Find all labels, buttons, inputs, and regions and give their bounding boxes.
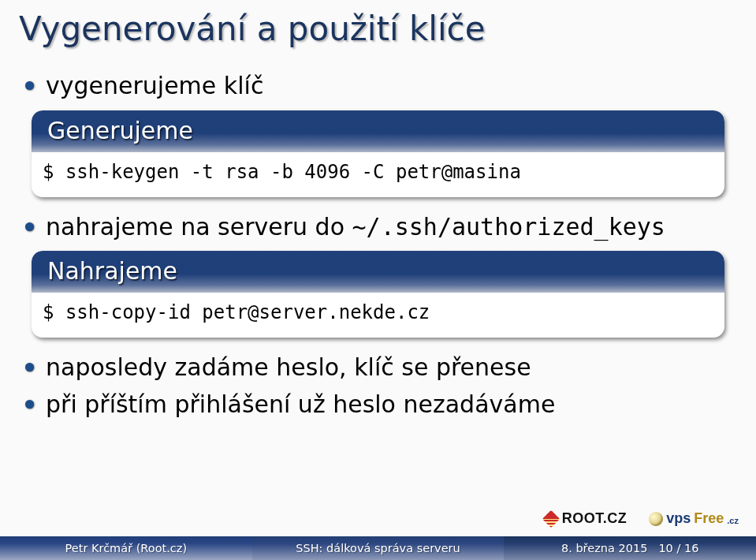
code-block-generate: Generujeme $ ssh-keygen -t rsa -b 4096 -… — [32, 110, 724, 197]
block-heading: Generujeme — [32, 110, 724, 152]
bullet-list: naposledy zadáme heslo, klíč se přenese … — [25, 352, 731, 420]
logo-row: ROOT.CZ vpsFree.cz — [545, 510, 739, 527]
bullet-item: při příštím přihlášení už heslo nezadává… — [46, 389, 731, 421]
free-text: Free — [694, 510, 724, 527]
bullet-item: nahrajeme na serveru do ~/.ssh/authorize… — [46, 211, 731, 244]
globe-icon — [649, 512, 663, 526]
slide-title: Vygenerování a použití klíče — [0, 0, 756, 48]
vpsfree-logo: vpsFree.cz — [649, 510, 739, 527]
slide-content: vygenerujeme klíč Generujeme $ ssh-keyge… — [0, 48, 756, 420]
slide: Vygenerování a použití klíče vygenerujem… — [0, 0, 756, 560]
root-diamond-icon — [542, 510, 560, 528]
footer-author: Petr Krčmář (Root.cz) — [0, 536, 252, 560]
footer-date: 8. března 2015 — [561, 542, 647, 554]
slide-footer: Petr Krčmář (Root.cz) SSH: dálková správ… — [0, 536, 756, 560]
root-logo: ROOT.CZ — [545, 510, 628, 527]
inline-code: ~/.ssh/authorized_keys — [352, 213, 665, 241]
cz-text: .cz — [727, 516, 739, 525]
block-code: $ ssh-keygen -t rsa -b 4096 -C petr@masi… — [32, 152, 724, 197]
bullet-text: nahrajeme na serveru do — [46, 213, 352, 241]
block-heading: Nahrajeme — [32, 251, 724, 293]
footer-title: SSH: dálková správa serveru — [252, 536, 505, 560]
bullet-item: vygenerujeme klíč — [46, 70, 731, 103]
bullet-list: nahrajeme na serveru do ~/.ssh/authorize… — [25, 211, 731, 244]
bullet-item: naposledy zadáme heslo, klíč se přenese — [46, 352, 731, 384]
vps-text: vps — [666, 510, 691, 527]
code-block-upload: Nahrajeme $ ssh-copy-id petr@server.nekd… — [32, 251, 724, 338]
block-code: $ ssh-copy-id petr@server.nekde.cz — [32, 293, 724, 338]
bullet-list: vygenerujeme klíč — [25, 70, 731, 103]
footer-date-page: 8. března 2015 10 / 16 — [504, 536, 756, 560]
footer-page-number: 10 / 16 — [658, 542, 698, 554]
root-logo-text: ROOT.CZ — [562, 510, 628, 527]
